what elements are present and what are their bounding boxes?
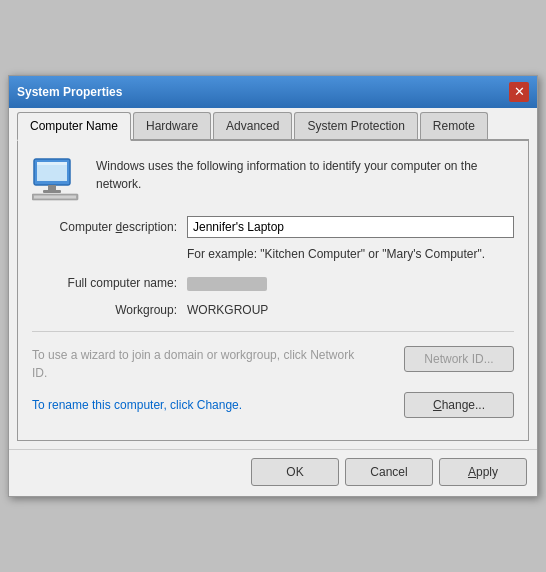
description-label: Computer description: (32, 216, 187, 234)
full-name-row: Full computer name: (32, 272, 514, 291)
tab-remote[interactable]: Remote (420, 112, 488, 139)
close-button[interactable]: ✕ (509, 82, 529, 102)
separator-1 (32, 331, 514, 332)
change-button[interactable]: Change... (404, 392, 514, 418)
dialog-body: Computer Name Hardware Advanced System P… (9, 108, 537, 450)
system-properties-dialog: System Properties ✕ Computer Name Hardwa… (8, 75, 538, 498)
full-name-blurred (187, 277, 267, 291)
tab-content: Windows uses the following information t… (17, 141, 529, 442)
rename-row: To rename this computer, click Change. C… (32, 392, 514, 418)
svg-rect-3 (48, 185, 56, 190)
change-link[interactable]: Change (197, 398, 239, 412)
description-row: Computer description: (32, 216, 514, 238)
full-name-label: Full computer name: (32, 272, 187, 290)
network-id-button[interactable]: Network ID... (404, 346, 514, 372)
info-text: Windows uses the following information t… (96, 157, 514, 193)
tab-advanced[interactable]: Advanced (213, 112, 292, 139)
workgroup-row: Workgroup: WORKGROUP (32, 299, 514, 317)
apply-button[interactable]: Apply (439, 458, 527, 486)
svg-rect-2 (37, 162, 67, 165)
title-bar: System Properties ✕ (9, 76, 537, 108)
tab-computer-name[interactable]: Computer Name (17, 112, 131, 141)
svg-rect-6 (34, 195, 76, 198)
tab-hardware[interactable]: Hardware (133, 112, 211, 139)
example-text: For example: "Kitchen Computer" or "Mary… (187, 246, 514, 263)
wizard-row: To use a wizard to join a domain or work… (32, 346, 514, 382)
cancel-button[interactable]: Cancel (345, 458, 433, 486)
ok-button[interactable]: OK (251, 458, 339, 486)
workgroup-label: Workgroup: (32, 299, 187, 317)
workgroup-value: WORKGROUP (187, 299, 268, 317)
rename-text: To rename this computer, click Change. (32, 396, 372, 414)
svg-rect-4 (43, 190, 61, 193)
tab-bar: Computer Name Hardware Advanced System P… (17, 108, 529, 141)
wizard-text: To use a wizard to join a domain or work… (32, 346, 372, 382)
tab-system-protection[interactable]: System Protection (294, 112, 417, 139)
dialog-title: System Properties (17, 85, 122, 99)
bottom-bar: OK Cancel Apply (9, 449, 537, 496)
computer-icon (32, 157, 82, 202)
info-row: Windows uses the following information t… (32, 157, 514, 202)
full-name-value (187, 272, 267, 291)
description-input[interactable] (187, 216, 514, 238)
